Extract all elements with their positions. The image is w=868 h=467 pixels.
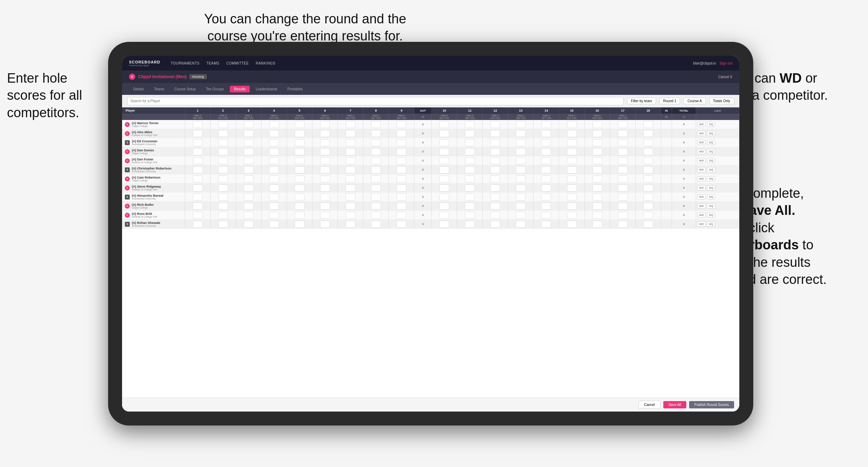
score-input-h11[interactable] bbox=[465, 157, 475, 164]
score-input-h14[interactable] bbox=[541, 194, 551, 201]
score-h12[interactable] bbox=[483, 174, 508, 183]
score-input-h2[interactable] bbox=[218, 175, 228, 182]
score-h14[interactable] bbox=[534, 165, 559, 174]
score-h3[interactable] bbox=[236, 183, 261, 193]
score-input-h8[interactable] bbox=[371, 194, 381, 201]
score-input-h9[interactable] bbox=[397, 157, 406, 164]
score-input-h13[interactable] bbox=[516, 139, 526, 146]
score-h11[interactable] bbox=[457, 156, 483, 165]
score-h15[interactable] bbox=[559, 183, 584, 193]
score-h9[interactable] bbox=[389, 147, 414, 156]
score-h15[interactable] bbox=[559, 220, 584, 229]
cancel-top-button[interactable]: Cancel X bbox=[718, 75, 732, 79]
score-input-h9[interactable] bbox=[397, 121, 406, 128]
score-input-h10[interactable] bbox=[439, 203, 449, 210]
score-h8[interactable] bbox=[363, 202, 389, 211]
score-h14[interactable] bbox=[534, 147, 559, 156]
score-h18[interactable] bbox=[635, 165, 661, 174]
score-h9[interactable] bbox=[389, 183, 414, 193]
score-input-h18[interactable] bbox=[643, 194, 653, 201]
score-input-h6[interactable] bbox=[320, 212, 330, 219]
score-input-h18[interactable] bbox=[643, 148, 653, 155]
score-input-h10[interactable] bbox=[439, 221, 449, 228]
score-h2[interactable] bbox=[210, 211, 236, 220]
score-h1[interactable] bbox=[185, 202, 210, 211]
score-input-h2[interactable] bbox=[218, 157, 228, 164]
score-input-h10[interactable] bbox=[439, 157, 449, 164]
score-input-h8[interactable] bbox=[371, 148, 381, 155]
score-input-h1[interactable] bbox=[193, 130, 203, 137]
score-h6[interactable] bbox=[312, 147, 338, 156]
score-input-h17[interactable] bbox=[618, 194, 628, 201]
score-input-h18[interactable] bbox=[643, 221, 653, 228]
nav-tournaments[interactable]: TOURNAMENTS bbox=[171, 61, 199, 65]
score-input-h16[interactable] bbox=[592, 157, 602, 164]
score-h18[interactable] bbox=[635, 120, 661, 129]
score-input-h11[interactable] bbox=[465, 148, 475, 155]
score-h6[interactable] bbox=[312, 165, 338, 174]
score-input-h8[interactable] bbox=[371, 130, 381, 137]
score-h3[interactable] bbox=[236, 129, 261, 138]
score-input-h17[interactable] bbox=[618, 203, 628, 210]
score-input-h13[interactable] bbox=[516, 203, 526, 210]
score-input-h10[interactable] bbox=[439, 212, 449, 219]
score-h9[interactable] bbox=[389, 220, 414, 229]
score-h11[interactable] bbox=[457, 120, 483, 129]
score-input-h12[interactable] bbox=[490, 166, 500, 173]
score-input-h11[interactable] bbox=[465, 121, 475, 128]
score-input-h11[interactable] bbox=[465, 184, 475, 191]
score-input-h16[interactable] bbox=[592, 166, 602, 173]
score-h3[interactable] bbox=[236, 165, 261, 174]
score-input-h7[interactable] bbox=[346, 130, 355, 137]
score-input-h14[interactable] bbox=[541, 130, 551, 137]
score-h11[interactable] bbox=[457, 183, 483, 193]
score-h15[interactable] bbox=[559, 147, 584, 156]
score-h4[interactable] bbox=[261, 156, 287, 165]
score-input-h13[interactable] bbox=[516, 194, 526, 201]
score-h17[interactable] bbox=[610, 129, 635, 138]
score-h3[interactable] bbox=[236, 156, 261, 165]
score-input-h17[interactable] bbox=[618, 175, 628, 182]
score-h9[interactable] bbox=[389, 211, 414, 220]
score-input-h3[interactable] bbox=[244, 203, 254, 210]
score-input-h3[interactable] bbox=[244, 221, 254, 228]
score-input-h13[interactable] bbox=[516, 157, 526, 164]
score-h5[interactable] bbox=[287, 120, 312, 129]
score-h12[interactable] bbox=[483, 193, 508, 202]
score-input-h3[interactable] bbox=[244, 212, 254, 219]
tab-results[interactable]: Results bbox=[230, 86, 250, 92]
score-h6[interactable] bbox=[312, 138, 338, 147]
score-input-h14[interactable] bbox=[541, 166, 551, 173]
dq-button[interactable]: DQ bbox=[707, 131, 715, 136]
score-h14[interactable] bbox=[534, 202, 559, 211]
score-input-h13[interactable] bbox=[516, 166, 526, 173]
score-input-h5[interactable] bbox=[295, 184, 304, 191]
score-h12[interactable] bbox=[483, 156, 508, 165]
score-input-h15[interactable] bbox=[567, 212, 577, 219]
dq-button[interactable]: DQ bbox=[707, 194, 715, 199]
score-input-h12[interactable] bbox=[490, 184, 500, 191]
score-input-h4[interactable] bbox=[269, 121, 279, 128]
score-input-h18[interactable] bbox=[643, 157, 653, 164]
score-h5[interactable] bbox=[287, 202, 312, 211]
score-h11[interactable] bbox=[457, 211, 483, 220]
score-input-h16[interactable] bbox=[592, 203, 602, 210]
score-input-h17[interactable] bbox=[618, 166, 628, 173]
score-input-h7[interactable] bbox=[346, 157, 355, 164]
score-input-h13[interactable] bbox=[516, 175, 526, 182]
score-input-h15[interactable] bbox=[567, 194, 577, 201]
score-input-h6[interactable] bbox=[320, 130, 330, 137]
score-h14[interactable] bbox=[534, 174, 559, 183]
score-h7[interactable] bbox=[338, 220, 363, 229]
score-input-h4[interactable] bbox=[269, 203, 279, 210]
score-h13[interactable] bbox=[508, 174, 534, 183]
score-h9[interactable] bbox=[389, 193, 414, 202]
score-h14[interactable] bbox=[534, 129, 559, 138]
score-h11[interactable] bbox=[457, 138, 483, 147]
score-h4[interactable] bbox=[261, 202, 287, 211]
score-h10[interactable] bbox=[432, 129, 457, 138]
score-h9[interactable] bbox=[389, 129, 414, 138]
score-h6[interactable] bbox=[312, 156, 338, 165]
score-input-h4[interactable] bbox=[269, 184, 279, 191]
score-h12[interactable] bbox=[483, 120, 508, 129]
